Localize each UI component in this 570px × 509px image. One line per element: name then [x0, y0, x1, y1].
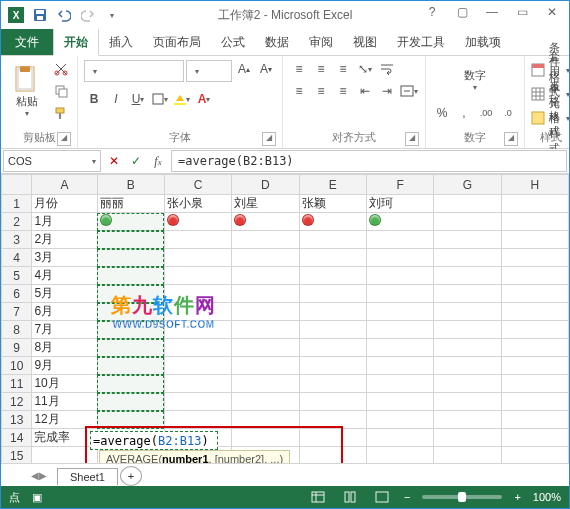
minimize-button[interactable]: —: [477, 1, 507, 23]
cell[interactable]: 张小泉: [164, 195, 231, 213]
tab-view[interactable]: 视图: [343, 29, 387, 55]
row-header[interactable]: 9: [2, 339, 32, 357]
cell[interactable]: [97, 303, 164, 321]
cancel-formula-button[interactable]: ✕: [103, 150, 125, 172]
tab-formulas[interactable]: 公式: [211, 29, 255, 55]
cell[interactable]: [366, 285, 433, 303]
sheet-nav-next[interactable]: ▶: [39, 470, 47, 481]
cell[interactable]: [232, 321, 299, 339]
cell[interactable]: [97, 357, 164, 375]
wrap-text-icon[interactable]: [377, 60, 397, 78]
cell[interactable]: [434, 375, 501, 393]
cell[interactable]: [501, 429, 568, 447]
formula-input[interactable]: =average(B2:B13): [171, 150, 567, 172]
orientation-icon[interactable]: ⤡▾: [355, 60, 375, 78]
cell[interactable]: [366, 411, 433, 429]
cell[interactable]: [434, 231, 501, 249]
bold-button[interactable]: B: [84, 90, 104, 108]
name-box[interactable]: COS▾: [3, 150, 101, 172]
cell[interactable]: [232, 267, 299, 285]
cell[interactable]: [164, 321, 231, 339]
cell[interactable]: [164, 411, 231, 429]
align-top-icon[interactable]: ≡: [289, 60, 309, 78]
cell[interactable]: [366, 339, 433, 357]
col-header[interactable]: A: [32, 175, 97, 195]
ribbon-display-button[interactable]: ▢: [447, 1, 477, 23]
cell[interactable]: [366, 429, 433, 447]
cell[interactable]: [97, 375, 164, 393]
undo-icon[interactable]: [53, 4, 75, 26]
cell[interactable]: [97, 231, 164, 249]
cell[interactable]: [97, 213, 164, 231]
cell[interactable]: [501, 411, 568, 429]
cell[interactable]: [164, 303, 231, 321]
align-right-icon[interactable]: ≡: [333, 82, 353, 100]
cell[interactable]: [501, 231, 568, 249]
cell[interactable]: [164, 267, 231, 285]
align-center-icon[interactable]: ≡: [311, 82, 331, 100]
percent-style-button[interactable]: %: [432, 104, 452, 122]
cell[interactable]: [501, 267, 568, 285]
font-color-button[interactable]: A▾: [194, 90, 214, 108]
cell[interactable]: [366, 375, 433, 393]
cell[interactable]: [97, 285, 164, 303]
cell[interactable]: [164, 249, 231, 267]
cell[interactable]: [299, 447, 366, 464]
col-header[interactable]: B: [97, 175, 164, 195]
view-normal-icon[interactable]: [308, 489, 328, 505]
insert-function-button[interactable]: fx: [147, 150, 169, 172]
cell[interactable]: 完成率: [32, 429, 97, 447]
zoom-slider[interactable]: [422, 495, 502, 499]
cell[interactable]: 张颖: [299, 195, 366, 213]
copy-icon[interactable]: [51, 82, 71, 100]
row-header[interactable]: 14: [2, 429, 32, 447]
col-header[interactable]: D: [232, 175, 299, 195]
merge-center-icon[interactable]: ▾: [399, 82, 419, 100]
cell[interactable]: [366, 393, 433, 411]
cell[interactable]: [299, 249, 366, 267]
cell[interactable]: [164, 357, 231, 375]
row-header[interactable]: 10: [2, 357, 32, 375]
cell[interactable]: [366, 321, 433, 339]
cell[interactable]: 12月: [32, 411, 97, 429]
cell[interactable]: [299, 429, 366, 447]
cut-icon[interactable]: [51, 60, 71, 78]
cell[interactable]: [434, 285, 501, 303]
cell[interactable]: [501, 303, 568, 321]
cell[interactable]: [366, 447, 433, 464]
cell[interactable]: [366, 249, 433, 267]
cell[interactable]: [299, 411, 366, 429]
align-left-icon[interactable]: ≡: [289, 82, 309, 100]
number-launcher[interactable]: ◢: [504, 132, 518, 146]
cell[interactable]: [299, 357, 366, 375]
cell[interactable]: [501, 357, 568, 375]
cell[interactable]: 11月: [32, 393, 97, 411]
cell[interactable]: [501, 393, 568, 411]
row-header[interactable]: 3: [2, 231, 32, 249]
alignment-launcher[interactable]: ◢: [405, 132, 419, 146]
cell[interactable]: [232, 249, 299, 267]
tab-addins[interactable]: 加载项: [455, 29, 511, 55]
help-button[interactable]: ?: [417, 1, 447, 23]
cell[interactable]: 2月: [32, 231, 97, 249]
cell[interactable]: [434, 267, 501, 285]
cell[interactable]: [299, 339, 366, 357]
tab-home[interactable]: 开始: [53, 28, 99, 56]
font-size-select[interactable]: ▾: [186, 60, 232, 82]
cell[interactable]: [232, 375, 299, 393]
row-header[interactable]: 2: [2, 213, 32, 231]
cell[interactable]: 5月: [32, 285, 97, 303]
cell[interactable]: [97, 339, 164, 357]
cell[interactable]: [164, 375, 231, 393]
cell[interactable]: [164, 285, 231, 303]
row-header[interactable]: 8: [2, 321, 32, 339]
cell[interactable]: [434, 249, 501, 267]
zoom-level[interactable]: 100%: [533, 491, 561, 503]
comma-style-button[interactable]: ,: [454, 104, 474, 122]
cell[interactable]: [501, 339, 568, 357]
row-header[interactable]: 13: [2, 411, 32, 429]
row-header[interactable]: 5: [2, 267, 32, 285]
cell[interactable]: 9月: [32, 357, 97, 375]
cell[interactable]: [97, 267, 164, 285]
format-painter-icon[interactable]: [51, 104, 71, 122]
